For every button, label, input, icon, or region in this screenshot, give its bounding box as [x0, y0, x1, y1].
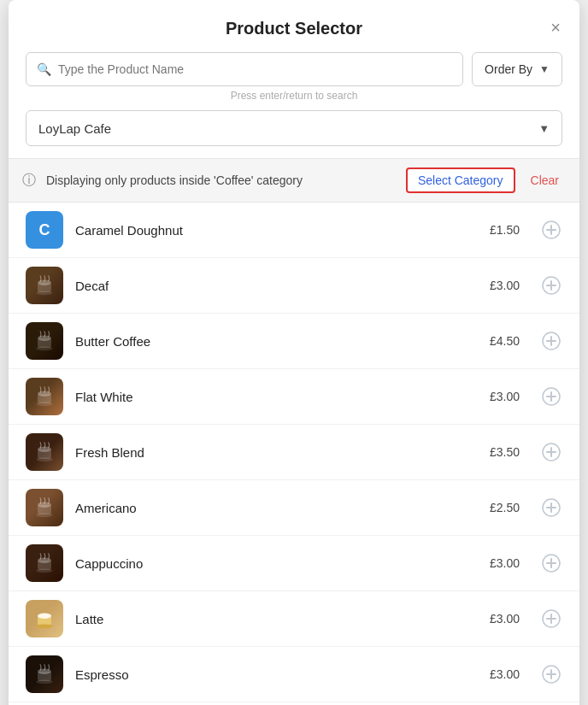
modal-title: Product Selector — [226, 19, 362, 38]
product-price: £3.50 — [479, 445, 520, 459]
search-hint: Press enter/return to search — [9, 90, 579, 102]
product-thumbnail — [26, 267, 63, 304]
add-product-button[interactable] — [540, 552, 562, 574]
product-thumbnail — [26, 322, 63, 360]
product-item: Decaf£3.00 — [9, 258, 579, 314]
product-item: CCaramel Doughnut£1.50 — [9, 203, 579, 258]
product-thumbnail: C — [26, 211, 63, 249]
product-price: £3.00 — [479, 612, 520, 626]
plus-circle-icon — [542, 665, 561, 684]
select-category-button[interactable]: Select Category — [406, 167, 515, 193]
category-info-text: Displaying only products inside 'Coffee'… — [46, 173, 397, 187]
coffee-cup-icon — [31, 494, 58, 521]
svg-point-41 — [38, 614, 51, 619]
product-price: £4.50 — [479, 334, 520, 348]
product-item: Cappuccino£3.00 — [9, 536, 579, 591]
coffee-cup-icon — [31, 438, 58, 466]
search-row: 🔍 Order By ▼ — [9, 52, 579, 86]
product-thumbnail — [26, 600, 63, 637]
svg-point-40 — [36, 624, 52, 628]
product-thumbnail — [26, 544, 63, 582]
product-thumbnail — [26, 489, 63, 526]
product-price: £1.50 — [479, 223, 520, 237]
product-name: Fresh Blend — [75, 445, 467, 460]
add-product-button[interactable] — [540, 330, 562, 352]
svg-point-46 — [36, 679, 52, 684]
product-name: Caramel Doughnut — [75, 223, 467, 238]
product-price: £3.00 — [479, 279, 520, 292]
plus-circle-icon — [542, 443, 561, 461]
plus-circle-icon — [542, 498, 561, 517]
coffee-cup-icon — [31, 549, 58, 577]
plus-circle-icon — [542, 609, 561, 628]
product-thumbnail — [26, 655, 63, 693]
add-product-button[interactable] — [540, 496, 562, 519]
svg-point-34 — [36, 568, 52, 573]
order-by-label: Order By — [485, 62, 532, 76]
svg-point-16 — [36, 402, 52, 406]
svg-point-10 — [36, 346, 52, 350]
product-item: Espresso£3.00 — [9, 647, 579, 702]
chevron-down-icon: ▼ — [539, 63, 550, 75]
product-name: Latte — [75, 612, 467, 626]
product-selector-modal: Product Selector × 🔍 Order By ▼ Press en… — [9, 0, 579, 705]
product-price: £3.00 — [479, 667, 520, 681]
coffee-cup-icon — [31, 605, 58, 632]
product-price: £3.00 — [479, 390, 520, 403]
coffee-cup-icon — [31, 383, 58, 410]
plus-circle-icon — [542, 332, 561, 350]
product-name: Flat White — [75, 390, 467, 404]
product-name: Americano — [75, 501, 467, 515]
store-select[interactable]: LoyLap Cafe ▼ — [26, 110, 562, 146]
svg-point-4 — [36, 291, 52, 295]
plus-circle-icon — [542, 276, 561, 295]
add-product-button[interactable] — [540, 274, 562, 297]
svg-point-22 — [36, 457, 52, 461]
plus-circle-icon — [542, 387, 561, 406]
search-input[interactable] — [58, 62, 452, 76]
coffee-cup-icon — [31, 327, 58, 355]
coffee-cup-icon — [31, 272, 58, 299]
product-price: £3.00 — [479, 556, 520, 570]
product-thumbnail — [26, 433, 63, 471]
store-row: LoyLap Cafe ▼ — [9, 110, 579, 146]
product-name: Decaf — [75, 279, 467, 293]
modal-header: Product Selector × — [9, 0, 579, 52]
coffee-cup-icon — [31, 661, 58, 688]
product-price: £2.50 — [479, 501, 520, 514]
category-bar: ⓘ Displaying only products inside 'Coffe… — [9, 158, 579, 203]
store-selected-label: LoyLap Cafe — [38, 121, 111, 136]
info-icon: ⓘ — [22, 172, 36, 190]
product-item: Butter Coffee£4.50 — [9, 314, 579, 369]
plus-circle-icon — [542, 554, 561, 573]
chevron-down-icon: ▼ — [538, 122, 550, 135]
plus-circle-icon — [542, 220, 561, 239]
product-thumbnail — [26, 378, 63, 415]
clear-category-button[interactable]: Clear — [524, 169, 566, 191]
product-name: Espresso — [75, 667, 467, 682]
product-name: Butter Coffee — [75, 334, 467, 349]
order-by-button[interactable]: Order By ▼ — [472, 52, 562, 86]
product-item: Americano£2.50 — [9, 480, 579, 536]
search-input-wrap: 🔍 — [26, 52, 463, 86]
product-list: CCaramel Doughnut£1.50Decaf£3.00Butter C… — [9, 203, 579, 705]
add-product-button[interactable] — [540, 441, 562, 463]
add-product-button[interactable] — [540, 608, 562, 630]
product-item: Flat White£3.00 — [9, 369, 579, 425]
add-product-button[interactable] — [540, 663, 562, 685]
product-item: Fresh Blend£3.50 — [9, 425, 579, 480]
add-product-button[interactable] — [540, 385, 562, 408]
svg-point-28 — [36, 513, 52, 517]
add-product-button[interactable] — [540, 219, 562, 241]
search-icon: 🔍 — [37, 62, 51, 76]
product-item: Latte£3.00 — [9, 591, 579, 647]
close-button[interactable]: × — [547, 15, 564, 39]
product-name: Cappuccino — [75, 556, 467, 571]
